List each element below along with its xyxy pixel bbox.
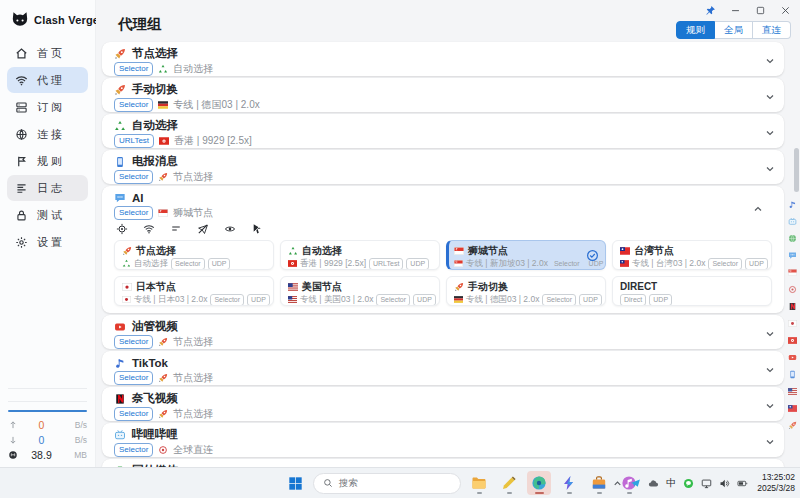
index-icon[interactable] (788, 353, 797, 362)
bilibili-tv-icon (114, 429, 126, 441)
chevron-down-icon[interactable] (764, 89, 776, 101)
node-card-selected[interactable]: 狮城节点 专线 | 新加坡03 | 2.0x Selector UDP (446, 240, 606, 270)
cloud-tray-icon[interactable] (648, 478, 659, 489)
scrollbar-thumb[interactable] (794, 148, 799, 192)
sidebar-item-logs[interactable]: 日志 (7, 175, 88, 201)
index-icon[interactable] (788, 251, 797, 260)
node-title: 日本节点 (122, 280, 267, 293)
sidebar-item-label: 设置 (37, 235, 65, 250)
sidebar-item-rules[interactable]: 规则 (7, 148, 88, 174)
pin-icon[interactable] (705, 5, 716, 16)
node-card[interactable]: 美国节点 专线 | 美国03 | 2.0x Selector UDP (280, 276, 440, 306)
sidebar-item-proxies[interactable]: 代理 (7, 67, 88, 93)
sidebar-item-connections[interactable]: 连接 (7, 121, 88, 147)
locate-icon[interactable] (116, 223, 128, 235)
sidebar-item-test[interactable]: 测试 (7, 202, 88, 228)
sidebar-item-label: 测试 (37, 208, 65, 223)
node-card[interactable]: 自动选择 香港 | 9929 [2.5x] URLTest UDP (280, 240, 440, 270)
arrow-up-icon (8, 420, 18, 430)
node-chip: URLTest (369, 258, 403, 270)
filter-off-icon[interactable] (251, 223, 263, 235)
chevron-up-icon[interactable] (752, 201, 764, 213)
chevron-down-icon[interactable] (764, 125, 776, 137)
briefcase-app-button[interactable] (587, 471, 611, 495)
telegram-tray-icon[interactable] (630, 478, 641, 489)
group-title: AI (114, 190, 758, 205)
app-title: Clash Verge (34, 14, 99, 26)
sidebar-item-settings[interactable]: 设置 (7, 229, 88, 255)
node-title: 手动切换 (454, 280, 599, 293)
index-icon[interactable] (788, 387, 797, 396)
group-title: 自动选择 (114, 118, 758, 133)
pencil-app-button[interactable] (497, 471, 521, 495)
wind-off-icon[interactable] (197, 223, 209, 235)
monitor-tray-icon[interactable] (701, 478, 712, 489)
group-type-chip: Selector (114, 206, 153, 220)
group-header-ai[interactable]: AI Selector 狮城节点 (114, 190, 772, 219)
youtube-icon (114, 321, 126, 333)
node-card-direct[interactable]: DIRECT Direct UDP (612, 276, 772, 306)
music-note-icon (114, 357, 126, 369)
group-row-netflix[interactable]: 奈飞视频 Selector 节点选择 (102, 387, 784, 421)
group-row-auto-select[interactable]: 自动选择 URLTest 香港 | 9929 [2.5x] (102, 114, 784, 148)
eye-icon[interactable] (224, 223, 236, 235)
node-card[interactable]: 台湾节点 专线 | 台湾03 | 2.0x Selector UDP (612, 240, 772, 270)
taskbar-clock[interactable]: 13:25:02 2025/3/28 (757, 472, 795, 494)
current-node-name: 香港 | 9929 [2.5x] (174, 134, 252, 148)
node-card[interactable]: 日本节点 专线 | 日本03 | 2.0x Selector UDP (114, 276, 274, 306)
node-card[interactable]: 节点选择 自动选择 Selector UDP (114, 240, 274, 270)
index-icon[interactable] (788, 336, 797, 345)
rocket-icon (114, 84, 126, 96)
chevron-down-icon[interactable] (764, 398, 776, 410)
volume-icon[interactable] (719, 478, 730, 489)
chevron-down-icon[interactable] (764, 434, 776, 446)
mode-direct-button[interactable]: 直连 (753, 21, 791, 39)
index-icon[interactable] (788, 370, 797, 379)
wechat-tray-icon[interactable] (683, 478, 694, 489)
memory-icon (8, 450, 18, 460)
index-icon[interactable] (788, 268, 797, 277)
group-row-tiktok[interactable]: TikTok Selector 节点选择 (102, 351, 784, 385)
delay-test-icon[interactable] (143, 223, 155, 235)
index-icon[interactable] (788, 404, 797, 413)
index-icon[interactable] (788, 302, 797, 311)
chevron-down-icon[interactable] (764, 326, 776, 338)
taskbar-search[interactable]: 搜索 (313, 473, 461, 494)
sidebar-item-profiles[interactable]: 订阅 (7, 94, 88, 120)
minimize-button[interactable] (730, 5, 741, 16)
close-button[interactable] (780, 5, 791, 16)
sidebar-item-label: 日志 (37, 181, 65, 196)
mode-global-button[interactable]: 全局 (715, 21, 753, 39)
group-row-telegram[interactable]: 电报消息 Selector 节点选择 (102, 150, 784, 184)
chevron-down-icon[interactable] (764, 53, 776, 65)
ime-indicator[interactable]: 中 (666, 476, 676, 490)
file-explorer-button[interactable] (467, 471, 491, 495)
group-row-bilibili[interactable]: 哔哩哔哩 Selector 全球直连 (102, 423, 784, 457)
group-row-youtube[interactable]: 油管视频 Selector 节点选择 (102, 315, 784, 349)
lightning-app-button[interactable] (557, 471, 581, 495)
index-icon[interactable] (788, 319, 797, 328)
current-node-name: 专线 | 德国03 | 2.0x (173, 98, 259, 112)
start-button[interactable] (283, 471, 307, 495)
chevron-down-icon[interactable] (764, 161, 776, 173)
index-icon[interactable] (788, 234, 797, 243)
tray-chevron-up-icon[interactable] (612, 478, 623, 489)
japan-flag-icon (122, 282, 132, 292)
group-row-manual-switch[interactable]: 手动切换 Selector 专线 | 德国03 | 2.0x (102, 78, 784, 112)
index-icon[interactable] (788, 285, 797, 294)
group-row-node-select[interactable]: 节点选择 Selector 自动选择 (102, 42, 784, 76)
us-flag-icon (288, 282, 298, 292)
mode-rule-button[interactable]: 规则 (676, 21, 715, 39)
index-icon[interactable] (788, 200, 797, 209)
sidebar-item-home[interactable]: 首页 (7, 40, 88, 66)
maximize-button[interactable] (755, 5, 766, 16)
sort-icon[interactable] (170, 223, 182, 235)
edge-browser-button[interactable] (527, 471, 551, 495)
node-title: DIRECT (620, 280, 765, 293)
chevron-down-icon[interactable] (764, 362, 776, 374)
index-icon[interactable] (788, 217, 797, 226)
node-card[interactable]: 手动切换 专线 | 德国03 | 2.0x Selector UDP (446, 276, 606, 306)
recycle-icon (158, 64, 168, 74)
index-icon[interactable] (788, 421, 797, 430)
battery-icon[interactable] (737, 478, 748, 489)
